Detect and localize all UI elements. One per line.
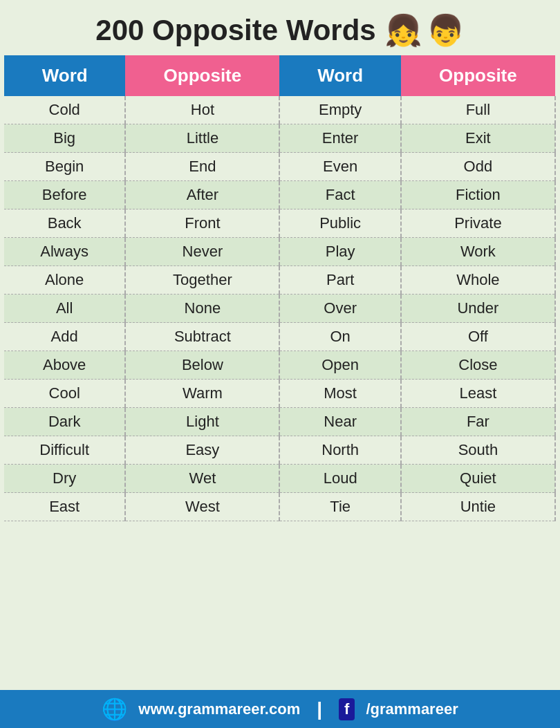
opposite-cell: Private [401,209,555,238]
page-header: 200 Opposite Words 👧 👦 [0,0,560,55]
opposite-cell: Wet [125,465,279,493]
word-cell: Loud [279,465,400,493]
word-cell: Always [4,238,125,266]
word-cell: Play [279,238,400,266]
table-row: AlwaysNeverPlayWork [4,238,555,266]
word-cell: Part [279,266,400,295]
opposite-cell: Below [125,351,279,380]
word-cell: Near [279,408,400,436]
opposite-cell: Quiet [401,465,555,493]
opposite-cell: Full [401,96,555,124]
header-word1: Word [4,55,125,96]
footer-social: /grammareer [366,700,458,718]
word-cell: Even [279,153,400,181]
word-cell: Empty [279,96,400,124]
table-row: AllNoneOverUnder [4,295,555,323]
opposite-cell: West [125,493,279,521]
header-opposite2: Opposite [401,55,555,96]
word-cell: East [4,493,125,521]
opposite-cell: Front [125,209,279,238]
word-cell: Open [279,351,400,380]
opposite-cell: Far [401,408,555,436]
opposite-cell: Exit [401,124,555,153]
table-row: DarkLightNearFar [4,408,555,436]
word-cell: Back [4,209,125,238]
table-header-row: Word Opposite Word Opposite [4,55,555,96]
table-row: AloneTogetherPartWhole [4,266,555,295]
word-cell: Tie [279,493,400,521]
word-cell: Most [279,380,400,408]
word-cell: Alone [4,266,125,295]
opposite-cell: Hot [125,96,279,124]
word-cell: Fact [279,181,400,209]
word-cell: Cold [4,96,125,124]
table-row: AddSubtractOnOff [4,323,555,351]
word-cell: Dark [4,408,125,436]
opposite-cell: Little [125,124,279,153]
table-row: CoolWarmMostLeast [4,380,555,408]
table-row: BeforeAfterFactFiction [4,181,555,209]
word-cell: Dry [4,465,125,493]
header-word2: Word [279,55,400,96]
table-row: DifficultEasyNorthSouth [4,436,555,465]
opposite-cell: Warm [125,380,279,408]
opposite-cell: Odd [401,153,555,181]
opposite-cell: South [401,436,555,465]
word-cell: Begin [4,153,125,181]
word-cell: Difficult [4,436,125,465]
opposite-cell: Light [125,408,279,436]
word-cell: Cool [4,380,125,408]
globe-icon: 🌐 [102,697,127,721]
opposite-cell: Fiction [401,181,555,209]
opposite-cell: None [125,295,279,323]
word-cell: Add [4,323,125,351]
girl-icon: 👧 [384,12,422,48]
word-cell: All [4,295,125,323]
word-cell: Over [279,295,400,323]
opposite-cell: Whole [401,266,555,295]
header-icons: 👧 👦 [384,12,465,48]
boy-icon: 👦 [427,12,465,48]
word-cell: Above [4,351,125,380]
opposite-cell: After [125,181,279,209]
opposite-cell: End [125,153,279,181]
page-title: 200 Opposite Words [95,14,375,47]
opposite-cell: Least [401,380,555,408]
opposite-cell: Easy [125,436,279,465]
facebook-icon: f [339,698,355,720]
footer-website: www.grammareer.com [138,700,300,718]
table-row: AboveBelowOpenClose [4,351,555,380]
word-cell: North [279,436,400,465]
opposite-cell: Off [401,323,555,351]
opposite-cell: Untie [401,493,555,521]
header-opposite1: Opposite [125,55,279,96]
opposite-cell: Close [401,351,555,380]
table-row: DryWetLoudQuiet [4,465,555,493]
table-container: Word Opposite Word Opposite ColdHotEmpty… [0,55,560,690]
word-cell: Big [4,124,125,153]
opposite-cell: Work [401,238,555,266]
opposite-cell: Subtract [125,323,279,351]
word-cell: Before [4,181,125,209]
table-row: ColdHotEmptyFull [4,96,555,124]
opposite-cell: Under [401,295,555,323]
table-body: ColdHotEmptyFullBigLittleEnterExitBeginE… [4,96,555,521]
footer-divider: | [317,698,322,720]
table-row: BeginEndEvenOdd [4,153,555,181]
word-cell: Enter [279,124,400,153]
opposite-words-table: Word Opposite Word Opposite ColdHotEmpty… [4,55,556,521]
word-cell: On [279,323,400,351]
table-row: BigLittleEnterExit [4,124,555,153]
opposite-cell: Never [125,238,279,266]
opposite-cell: Together [125,266,279,295]
word-cell: Public [279,209,400,238]
table-row: EastWestTieUntie [4,493,555,521]
table-row: BackFrontPublicPrivate [4,209,555,238]
page-footer: 🌐 www.grammareer.com | f /grammareer [0,690,560,728]
